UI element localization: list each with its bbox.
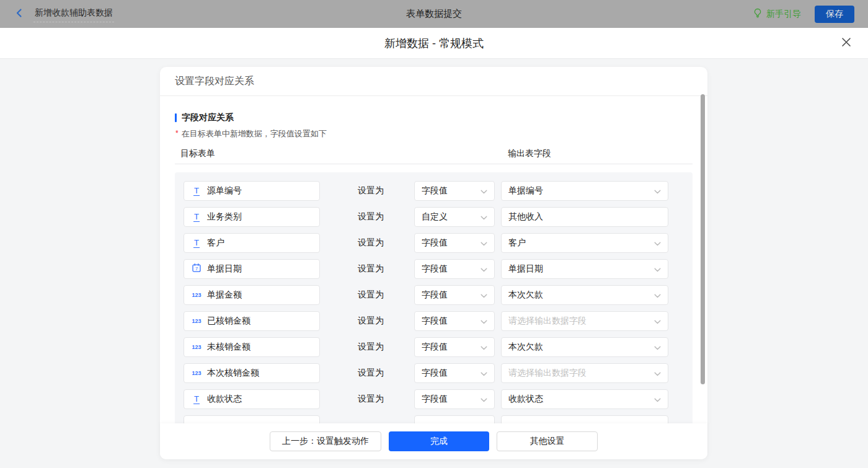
chevron-down-icon <box>480 185 487 196</box>
modal-title: 新增数据 - 常规模式 <box>384 36 484 51</box>
chevron-down-icon <box>480 368 487 379</box>
output-field-select[interactable]: 单据日期 <box>501 259 668 279</box>
save-button[interactable]: 保存 <box>815 6 854 23</box>
text-field-icon: T <box>193 213 200 222</box>
required-asterisk: * <box>175 129 179 138</box>
column-output-fields: 输出表字段 <box>508 148 551 159</box>
chevron-down-icon <box>654 185 661 196</box>
target-field-label: 本次核销金额 <box>207 368 259 379</box>
value-mode-select[interactable]: 字段值 <box>414 363 495 383</box>
set-as-label: 设置为 <box>358 289 385 301</box>
set-as-label: 设置为 <box>358 185 385 196</box>
section-accent-bar <box>175 113 177 122</box>
chevron-down-icon <box>654 237 661 249</box>
value-mode-select[interactable]: 字段值 <box>414 181 495 201</box>
value-mode-select[interactable]: 自定义 <box>414 207 495 227</box>
target-field-box: 7 单据日期 <box>184 259 320 279</box>
target-field-box <box>184 415 320 423</box>
set-as-label: 设置为 <box>358 368 385 379</box>
number-field-icon: 123 <box>192 292 201 298</box>
value-mode-select[interactable] <box>414 415 495 423</box>
value-mode-select[interactable]: 字段值 <box>414 311 495 331</box>
target-field-label: 单据金额 <box>207 289 242 301</box>
target-field-label: 单据日期 <box>207 263 242 275</box>
target-field-label: 收款状态 <box>207 394 242 405</box>
scrollbar-thumb[interactable] <box>701 94 705 384</box>
section-title: 字段对应关系 <box>175 112 693 123</box>
output-field-select[interactable] <box>501 415 668 423</box>
chevron-down-icon <box>654 368 661 379</box>
card-header-title: 设置字段对应关系 <box>160 67 707 96</box>
back-button[interactable] <box>14 7 25 21</box>
chevron-down-icon <box>480 342 487 353</box>
beginner-guide-label: 新手引导 <box>766 9 801 20</box>
field-mapping-row: T 收款状态 设置为 字段值 收款状态 <box>184 389 684 409</box>
calendar-icon: 7 <box>192 263 201 275</box>
target-field-box: 123 本次核销金额 <box>184 363 320 383</box>
chevron-left-icon <box>14 7 25 21</box>
output-field-select[interactable]: 收款状态 <box>501 389 668 409</box>
field-mapping-row: T 业务类别 设置为 自定义 其他收入 <box>184 207 684 227</box>
value-mode-select[interactable]: 字段值 <box>414 389 495 409</box>
chevron-down-icon <box>654 263 661 275</box>
value-mode-select[interactable]: 字段值 <box>414 259 495 279</box>
modal-header: 新增数据 - 常规模式 <box>0 28 868 59</box>
value-mode-select[interactable]: 字段值 <box>414 285 495 305</box>
set-as-label: 设置为 <box>358 394 385 405</box>
target-field-box: 123 未核销金额 <box>184 337 320 357</box>
columns-header: 目标表单 输出表字段 <box>175 148 693 164</box>
target-field-box: T 业务类别 <box>184 207 320 227</box>
set-as-label: 设置为 <box>358 316 385 327</box>
done-button[interactable]: 完成 <box>389 431 489 451</box>
text-field-icon: T <box>193 187 200 196</box>
chevron-down-icon <box>480 237 487 249</box>
field-mapping-row: 7 单据日期 设置为 字段值 单据日期 <box>184 259 684 279</box>
section-title-label: 字段对应关系 <box>182 112 234 123</box>
card-footer: 上一步：设置触发动作 完成 其他设置 <box>160 423 707 459</box>
target-field-box: 123 已核销金额 <box>184 311 320 331</box>
value-mode-select[interactable]: 字段值 <box>414 233 495 253</box>
text-field-icon: T <box>193 239 200 248</box>
workflow-title[interactable]: 新增收款辅助表数据 <box>33 6 114 22</box>
value-mode-select[interactable]: 字段值 <box>414 337 495 357</box>
output-field-select[interactable]: 本次欠款 <box>501 337 668 357</box>
target-field-label: 客户 <box>207 237 224 249</box>
set-as-label: 设置为 <box>358 237 385 249</box>
page-title: 表单数据提交 <box>0 8 868 20</box>
beginner-guide-link[interactable]: 新手引导 <box>753 8 801 20</box>
output-field-select[interactable]: 单据编号 <box>501 181 668 201</box>
text-field-icon: T <box>193 395 200 404</box>
field-mapping-row: 123 未核销金额 设置为 字段值 本次欠款 <box>184 337 684 357</box>
column-target-form: 目标表单 <box>180 148 215 159</box>
custom-value-input[interactable]: 其他收入 <box>501 207 668 227</box>
field-mapping-row: T 客户 设置为 字段值 客户 <box>184 233 684 253</box>
target-field-label: 源单编号 <box>207 185 242 196</box>
output-field-select[interactable]: 请选择输出数据字段 <box>501 363 668 383</box>
target-field-label: 未核销金额 <box>207 342 250 353</box>
close-button[interactable] <box>839 37 853 50</box>
chevron-down-icon <box>654 394 661 405</box>
lightbulb-icon <box>753 8 763 20</box>
target-field-box: T 收款状态 <box>184 389 320 409</box>
target-field-box: 123 单据金额 <box>184 285 320 305</box>
rows-panel: T 源单编号 设置为 字段值 单据编号 T 业务类别 设置为 自定义 其他收入 … <box>175 172 693 423</box>
set-as-label: 设置为 <box>358 211 385 223</box>
output-field-select[interactable]: 客户 <box>501 233 668 253</box>
section-description-text: 在目标表单中新增数据，字段值设置如下 <box>182 128 327 139</box>
target-field-label: 已核销金额 <box>207 316 250 327</box>
number-field-icon: 123 <box>192 370 201 376</box>
output-field-select[interactable]: 请选择输出数据字段 <box>501 311 668 331</box>
field-mapping-row: 123 已核销金额 设置为 字段值 请选择输出数据字段 <box>184 311 684 331</box>
previous-step-button[interactable]: 上一步：设置触发动作 <box>270 431 381 451</box>
field-mapping-card: 设置字段对应关系 字段对应关系 * 在目标表单中新增数据，字段值设置如下 目标表… <box>160 67 707 459</box>
set-as-label: 设置为 <box>358 263 385 275</box>
card-content: 字段对应关系 * 在目标表单中新增数据，字段值设置如下 目标表单 输出表字段 T… <box>160 96 707 423</box>
chevron-down-icon <box>480 211 487 223</box>
number-field-icon: 123 <box>192 344 201 350</box>
target-field-box: T 客户 <box>184 233 320 253</box>
chevron-down-icon <box>654 342 661 353</box>
close-icon <box>841 37 852 50</box>
chevron-down-icon <box>654 316 661 327</box>
output-field-select[interactable]: 本次欠款 <box>501 285 668 305</box>
other-settings-button[interactable]: 其他设置 <box>497 431 598 451</box>
